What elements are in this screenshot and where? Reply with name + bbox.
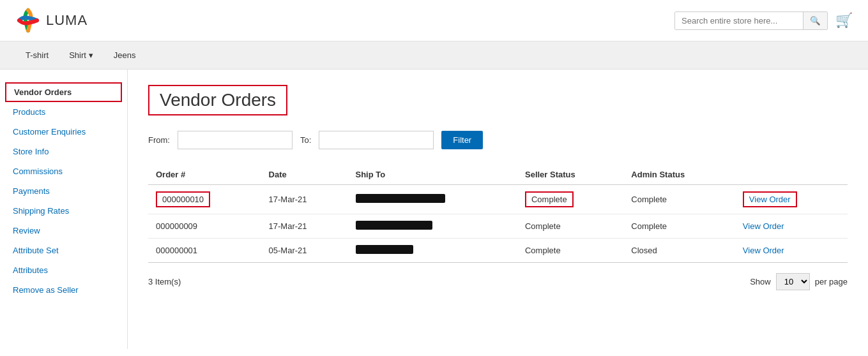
cell-seller-status: Complete — [517, 214, 623, 239]
sidebar-item-attributes[interactable]: Attributes — [0, 260, 127, 280]
cell-action: View Order — [735, 214, 848, 239]
to-input[interactable] — [319, 131, 434, 149]
col-admin-status: Admin Status — [623, 165, 735, 185]
view-order-highlighted[interactable]: View Order — [743, 191, 797, 207]
sidebar-item-commissions[interactable]: Commissions — [0, 161, 127, 181]
per-page-label: per page — [815, 277, 848, 286]
to-label: To: — [300, 135, 311, 145]
nav-bar: T-shirt Shirt ▾ Jeens — [0, 41, 868, 70]
sidebar-item-store-info[interactable]: Store Info — [0, 142, 127, 161]
nav-item-tshirt[interactable]: T-shirt — [15, 41, 59, 69]
sidebar-item-shipping-rates[interactable]: Shipping Rates — [0, 201, 127, 221]
nav-item-shirt[interactable]: Shirt ▾ — [59, 41, 103, 69]
cell-action: View Order — [735, 185, 848, 214]
table-body: 000000010 17-Mar-21 Complete Complete Vi… — [148, 185, 848, 263]
col-ship-to: Ship To — [348, 165, 517, 185]
search-box[interactable]: 🔍 — [674, 11, 828, 30]
sidebar-item-remove-as-seller[interactable]: Remove as Seller — [0, 280, 127, 300]
cell-seller-status: Complete — [517, 185, 623, 214]
table-footer: 3 Item(s) Show 10 20 50 per page — [148, 273, 848, 290]
filter-row: From: To: Filter — [148, 131, 848, 149]
sidebar-item-payments[interactable]: Payments — [0, 181, 127, 201]
logo-text: LUMA — [46, 12, 88, 29]
seller-status-highlighted: Complete — [525, 191, 574, 207]
from-input[interactable] — [178, 131, 293, 149]
sidebar-item-vendor-orders[interactable]: Vendor Orders — [5, 82, 122, 102]
table-row: 000000001 05-Mar-21 Complete Closed View… — [148, 239, 848, 263]
cell-order-num: 000000010 — [148, 185, 261, 214]
table-header: Order # Date Ship To Seller Status Admin… — [148, 165, 848, 185]
view-order-link-2[interactable]: View Order — [743, 221, 784, 231]
content-area: Vendor Orders From: To: Filter Order # D… — [128, 70, 868, 349]
cell-date: 17-Mar-21 — [261, 185, 348, 214]
luma-logo-icon — [15, 8, 41, 33]
table-row: 000000009 17-Mar-21 Complete Complete Vi… — [148, 214, 848, 239]
sidebar-item-review[interactable]: Review — [0, 221, 127, 241]
ship-to-redacted — [356, 221, 432, 230]
search-button[interactable]: 🔍 — [803, 12, 827, 29]
filter-button[interactable]: Filter — [441, 131, 483, 149]
cell-order-num: 000000001 — [148, 239, 261, 263]
cell-ship-to — [348, 185, 517, 214]
from-label: From: — [148, 135, 170, 145]
header-right: 🔍 🛒 — [674, 11, 853, 30]
ship-to-redacted — [356, 194, 445, 203]
ship-to-redacted — [356, 245, 413, 254]
cell-order-num: 000000009 — [148, 214, 261, 239]
cell-admin-status: Complete — [623, 185, 735, 214]
orders-table: Order # Date Ship To Seller Status Admin… — [148, 165, 848, 263]
cell-date: 05-Mar-21 — [261, 239, 348, 263]
cell-ship-to — [348, 239, 517, 263]
sidebar: Vendor Orders Products Customer Enquirie… — [0, 70, 128, 349]
view-order-link-3[interactable]: View Order — [743, 246, 784, 255]
cell-ship-to — [348, 214, 517, 239]
chevron-down-icon: ▾ — [89, 50, 93, 60]
sidebar-item-products[interactable]: Products — [0, 102, 127, 122]
main-layout: Vendor Orders Products Customer Enquirie… — [0, 70, 868, 349]
col-date: Date — [261, 165, 348, 185]
cell-action: View Order — [735, 239, 848, 263]
cell-date: 17-Mar-21 — [261, 214, 348, 239]
sidebar-item-customer-enquiries[interactable]: Customer Enquiries — [0, 122, 127, 142]
cell-admin-status: Closed — [623, 239, 735, 263]
cell-admin-status: Complete — [623, 214, 735, 239]
col-order-num: Order # — [148, 165, 261, 185]
header: LUMA 🔍 🛒 — [0, 0, 868, 41]
page-title: Vendor Orders — [148, 85, 287, 115]
cart-icon[interactable]: 🛒 — [835, 12, 853, 29]
order-num-highlighted: 000000010 — [156, 191, 210, 207]
per-page-select: Show 10 20 50 per page — [750, 273, 848, 290]
nav-item-jeens[interactable]: Jeens — [103, 41, 146, 69]
show-label: Show — [750, 277, 771, 286]
view-order-link-1[interactable]: View Order — [749, 195, 791, 204]
col-action — [735, 165, 848, 185]
cell-seller-status: Complete — [517, 239, 623, 263]
search-input[interactable] — [675, 12, 803, 29]
sidebar-item-attribute-set[interactable]: Attribute Set — [0, 241, 127, 260]
logo-area: LUMA — [15, 8, 88, 33]
table-row: 000000010 17-Mar-21 Complete Complete Vi… — [148, 185, 848, 214]
col-seller-status: Seller Status — [517, 165, 623, 185]
item-count: 3 Item(s) — [148, 277, 181, 286]
per-page-dropdown[interactable]: 10 20 50 — [776, 273, 810, 290]
